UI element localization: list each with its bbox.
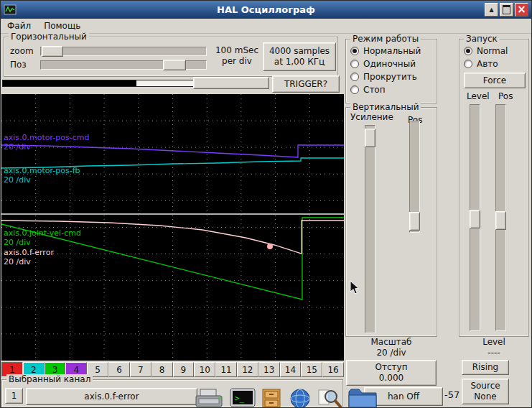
level-caption: Level [459, 337, 529, 348]
selected-signal-label: axis.0.f-error [84, 391, 139, 402]
radio-label: Normal [477, 46, 508, 56]
radio-dot [350, 73, 359, 81]
radio-run-normal[interactable]: Нормальный [350, 45, 421, 57]
level-value: ---- [459, 348, 529, 358]
channel-button-9[interactable]: 9 [173, 362, 195, 377]
zoom-label: zoom [10, 46, 34, 56]
radio-dot [350, 47, 359, 55]
menu-file[interactable]: Файл [1, 19, 37, 32]
terminal-icon[interactable]: >_ [229, 387, 256, 408]
trigger-pos-label: Pos [498, 91, 513, 101]
radio-run-stop[interactable]: Стоп [350, 84, 386, 96]
trigger-pos-handle[interactable] [495, 211, 506, 230]
trigger-level-slider[interactable] [470, 104, 480, 331]
radio-trigger-auto[interactable]: Авто [464, 58, 498, 70]
signal-scale: 20 /div [4, 175, 80, 185]
channel-button-10[interactable]: 10 [194, 362, 215, 377]
radio-run-single[interactable]: Одиночный [350, 58, 416, 70]
radio-dot [464, 47, 472, 55]
gain-slider[interactable] [365, 125, 375, 333]
shade-icon[interactable] [485, 3, 498, 17]
signal-name: axis.0.joint-vel-cmd [4, 228, 81, 238]
halscope-window: HAL Осциллограф Файл Помощь Горизонтальн… [0, 0, 532, 408]
magnifier-icon[interactable] [317, 387, 342, 408]
channel-button-16[interactable]: 16 [322, 362, 344, 377]
radio-trigger-normal[interactable]: Normal [464, 45, 508, 57]
selected-channel-number[interactable]: 1 [5, 388, 23, 404]
source-caption: Source [470, 381, 500, 391]
trigger-status-label: TRIGGER? [284, 79, 327, 90]
vpos-slider-handle[interactable] [409, 212, 420, 231]
trigger-level-handle[interactable] [470, 210, 480, 228]
channel-button-11[interactable]: 11 [215, 362, 237, 377]
selected-channel-number-label: 1 [11, 391, 17, 402]
gain-slider-handle[interactable] [365, 129, 375, 147]
trigger-group-label: Запуск [464, 34, 500, 44]
offset-button[interactable]: Отступ 0.000 [346, 360, 437, 386]
sample-rate-line2: per div [211, 56, 263, 67]
channel-label-f-error: axis.0.f-error 20 /div [4, 248, 54, 266]
hpos-slider[interactable] [40, 60, 207, 70]
channel-button-13[interactable]: 13 [258, 362, 280, 377]
edge-label: Rising [472, 362, 498, 373]
radio-dot [350, 60, 359, 68]
hpos-slider-handle[interactable] [163, 60, 186, 70]
selected-signal-button[interactable]: axis.0.f-error [26, 388, 197, 405]
vpos-slider[interactable] [409, 121, 420, 233]
trigger-pos-slider[interactable] [495, 104, 506, 331]
mouse-cursor [350, 281, 360, 297]
run-mode-group-label: Режим работы [350, 34, 421, 44]
source-button[interactable]: Source None [462, 379, 509, 404]
samples-line2: at 1,00 КГц [274, 57, 325, 68]
horizontal-group: Горизонтальный zoom Поз 100 mSec per div… [4, 37, 338, 77]
zoom-slider[interactable] [40, 47, 207, 56]
trigger-status-button[interactable]: TRIGGER? [272, 75, 340, 93]
close-icon[interactable] [515, 3, 528, 17]
signal-scale: 20 /div [4, 257, 54, 266]
vertical-group-label: Вертикальный [350, 102, 421, 112]
trigger-position-handle[interactable] [193, 77, 269, 89]
window-title: HAL Осциллограф [1, 4, 531, 15]
channel-button-14[interactable]: 14 [280, 362, 302, 377]
radio-dot [464, 60, 472, 68]
scale-readout: Масштаб 20 /div [345, 337, 437, 358]
titlebar[interactable]: HAL Осциллограф [1, 1, 531, 19]
channel-label-joint-vel-cmd: axis.0.joint-vel-cmd 20 /div [4, 228, 81, 247]
svg-text:>_: >_ [235, 394, 245, 403]
radio-label: Стоп [363, 85, 386, 95]
scope-display: axis.0.motor-pos-cmd 20 /div axis.0.moto… [1, 94, 344, 361]
trigger-group: Запуск Normal Авто Force Level Pos [459, 39, 529, 337]
folder-icon[interactable] [347, 386, 378, 408]
chan-off-label: han Off [388, 391, 419, 402]
force-button[interactable]: Force [464, 73, 526, 88]
gain-label: Усиление [350, 112, 393, 122]
samples-button[interactable]: 4000 samples at 1,00 КГц [263, 42, 336, 71]
signal-scale: 20 /div [4, 142, 89, 152]
printer-icon[interactable] [193, 389, 225, 408]
channel-button-15[interactable]: 15 [301, 362, 322, 377]
file-cabinet-icon[interactable] [261, 389, 282, 408]
vertical-group: Вертикальный Усиление Pos [345, 107, 437, 337]
globe-icon[interactable] [286, 387, 314, 408]
channel-label-motor-pos-fb: axis.0.motor-pos-fb 20 /div [4, 166, 80, 185]
offset-value: 0.000 [379, 373, 403, 384]
sample-rate-label: 100 mSec per div [211, 45, 263, 67]
hpos-label: Поз [10, 60, 27, 70]
menu-help[interactable]: Помощь [37, 19, 87, 32]
zoom-slider-handle[interactable] [42, 46, 63, 57]
radio-label: Нормальный [363, 46, 421, 56]
run-mode-group: Режим работы Нормальный Одиночный Прокру… [345, 39, 437, 103]
channel-button-6[interactable]: 6 [108, 362, 130, 377]
edge-button[interactable]: Rising [462, 360, 509, 375]
trigger-level-label: Level [467, 91, 490, 101]
value-readout: -57 [444, 389, 459, 400]
radio-label: Авто [477, 59, 498, 69]
samples-line1: 4000 samples [269, 46, 330, 57]
maximize-icon[interactable] [500, 3, 513, 17]
selected-channel-group-label: Выбранный канал [6, 374, 93, 384]
channel-button-12[interactable]: 12 [237, 362, 258, 377]
radio-run-roll[interactable]: Прокрутить [350, 71, 417, 83]
channel-button-7[interactable]: 7 [130, 362, 151, 377]
signal-name: axis.0.motor-pos-fb [4, 166, 80, 175]
channel-button-8[interactable]: 8 [151, 362, 173, 377]
